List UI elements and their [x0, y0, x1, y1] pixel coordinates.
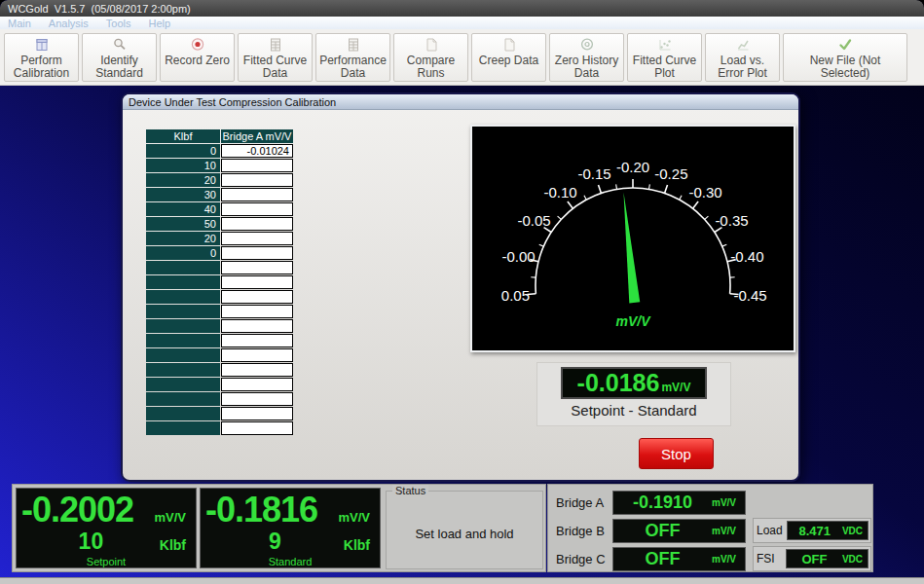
bridge-label: Bridge A — [548, 495, 612, 510]
window-titlebar: WCGold V1.5.7 (05/08/2017 2:00pm) — [0, 0, 924, 17]
bridge-a-cell[interactable] — [221, 232, 293, 245]
table-row: 0-0.01024 — [146, 144, 293, 158]
bridge-a-cell[interactable] — [221, 305, 293, 318]
toolbar-button-fitted-curve-data[interactable]: Fitted Curve Data — [238, 33, 313, 82]
bridge-a-cell[interactable] — [221, 392, 293, 406]
gauge-tick-label: -0.45 — [733, 287, 766, 304]
bridge-a-cell[interactable] — [221, 246, 293, 260]
menubar: MainAnalysisToolsHelp — [0, 17, 924, 29]
aux-value: OFF — [787, 552, 842, 566]
stop-button[interactable]: Stop — [639, 438, 714, 469]
gauge-tick-label: -0.05 — [517, 212, 550, 229]
toolbar-button-load-vs-error-plot[interactable]: Load vs. Error Plot — [705, 33, 780, 82]
calibration-table: Klbf Bridge A mV/V 0-0.01024102030405020… — [145, 128, 294, 436]
load-cell: 20 — [146, 173, 220, 187]
bridge-a-cell[interactable] — [221, 348, 293, 362]
load-cell: 10 — [146, 159, 220, 172]
gauge-needle — [623, 192, 640, 303]
menu-item-help[interactable]: Help — [149, 18, 171, 29]
bridge-unit: mV/V — [712, 526, 745, 536]
table-row: 20 — [146, 232, 293, 245]
load-cell — [146, 305, 220, 318]
aux-row-load: Load8.471VDC — [753, 518, 871, 543]
toolbar-button-record-zero[interactable]: Record Zero — [160, 33, 235, 82]
load-cell: 30 — [146, 188, 220, 201]
bridge-display: OFFmV/V — [612, 519, 746, 543]
toolbar-button-compare-runs[interactable]: Compare Runs — [393, 33, 468, 82]
toolbar-button-new-file-not-selected[interactable]: New File (Not Selected) — [783, 33, 907, 82]
standard-caption: Standard — [201, 556, 380, 567]
gauge-major-tick — [568, 201, 573, 208]
bridge-a-cell[interactable] — [221, 275, 293, 289]
difference-value: -0.0186 — [577, 369, 660, 397]
gauge-tick-label: -0.00 — [501, 248, 535, 265]
bottom-left-panel: -0.2002 mV/V 10 Klbf Setpoint -0.1816 mV… — [12, 484, 546, 572]
scatter-plot-icon — [657, 37, 673, 53]
aux-unit: VDC — [842, 526, 868, 536]
toolbar-button-label: Performance Data — [316, 55, 389, 80]
bridge-a-cell[interactable] — [221, 202, 293, 216]
gauge-major-tick — [599, 185, 602, 194]
table-row: 30 — [146, 188, 293, 201]
toolbar-button-performance-data[interactable]: Performance Data — [315, 33, 390, 82]
aux-unit: VDC — [842, 554, 868, 565]
difference-caption: Setpoint - Standard — [571, 402, 696, 419]
magnifier-icon — [112, 37, 128, 53]
gauge-tick-label: -0.30 — [688, 184, 721, 201]
load-cell — [146, 319, 220, 333]
bridge-row-bridge-c: Bridge COFFmV/V — [548, 546, 746, 571]
setpoint-mvv-value: -0.2002 — [21, 491, 154, 529]
gauge-minor-tick — [558, 216, 562, 219]
bridge-a-cell[interactable]: -0.01024 — [221, 144, 293, 158]
toolbar-button-label: Load vs. Error Plot — [706, 55, 779, 80]
bridge-value: OFF — [613, 521, 712, 541]
gauge-tick-label: 0.05 — [501, 287, 530, 304]
table-row — [146, 348, 293, 362]
bridge-a-cell[interactable] — [221, 217, 293, 231]
table-row — [146, 319, 293, 333]
setpoint-mvv-unit: mV/V — [154, 510, 186, 529]
bridge-a-cell[interactable] — [221, 334, 293, 347]
difference-display: -0.0186 mV/V — [561, 367, 707, 399]
table-row — [146, 392, 293, 406]
setpoint-caption: Setpoint — [17, 556, 196, 567]
bridge-a-cell[interactable] — [221, 319, 293, 333]
menu-item-main[interactable]: Main — [8, 18, 31, 29]
bridge-a-cell[interactable] — [221, 173, 293, 187]
bridge-a-cell[interactable] — [221, 290, 293, 304]
table-row: 10 — [146, 159, 293, 172]
menu-item-tools[interactable]: Tools — [106, 18, 131, 29]
status-groupbox: Status Set load and hold — [386, 491, 543, 569]
bridge-a-cell[interactable] — [221, 421, 293, 435]
menu-item-analysis[interactable]: Analysis — [49, 18, 89, 29]
toolbar-button-label: Zero History Data — [550, 55, 623, 80]
toolbar-button-zero-history-data[interactable]: Zero History Data — [549, 33, 624, 82]
toolbar-button-perform-calibration[interactable]: Perform Calibration — [4, 33, 79, 82]
bridge-a-cell[interactable] — [221, 188, 293, 201]
bridge-a-cell[interactable] — [221, 363, 293, 377]
load-cell — [146, 348, 220, 362]
toolbar-button-creep-data[interactable]: Creep Data — [471, 33, 546, 82]
toolbar-button-label: Record Zero — [165, 55, 230, 67]
bridge-row-bridge-b: Bridge BOFFmV/V — [548, 518, 746, 543]
standard-load-value: 9 — [206, 529, 344, 553]
bridge-unit: mV/V — [712, 554, 745, 565]
bridge-row-bridge-a: Bridge A-0.1910mV/V — [548, 490, 746, 515]
gauge-unit-label: mV/V — [615, 313, 651, 329]
toolbar-button-label: Perform Calibration — [5, 55, 78, 80]
toolbar-button-fitted-curve-plot[interactable]: Fitted Curve Plot — [627, 33, 702, 82]
toolbar: Perform CalibrationIdentify StandardReco… — [0, 29, 924, 86]
table-row — [146, 290, 293, 304]
column-header-load: Klbf — [146, 129, 220, 143]
bridge-a-cell[interactable] — [221, 378, 293, 391]
setpoint-load-value: 10 — [22, 529, 160, 553]
bridge-a-cell[interactable] — [221, 261, 293, 274]
bridge-a-cell[interactable] — [221, 407, 293, 420]
bridge-a-cell[interactable] — [221, 159, 293, 172]
table-row — [146, 421, 293, 435]
table-row: 40 — [146, 202, 293, 216]
aux-label: FSI — [754, 552, 786, 566]
gauge-minor-tick — [616, 184, 617, 189]
aux-display: OFFVDC — [786, 549, 869, 568]
toolbar-button-identify-standard[interactable]: Identify Standard — [82, 33, 157, 82]
